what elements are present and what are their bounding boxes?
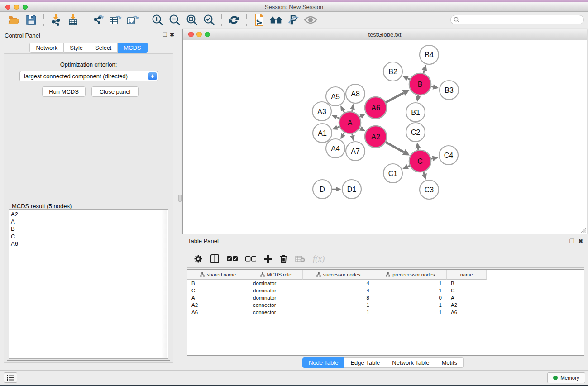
column-header-predecessor-nodes[interactable]: predecessor nodes: [374, 270, 447, 280]
new-network-from-selection-icon[interactable]: [252, 13, 266, 27]
save-session-icon[interactable]: [24, 13, 38, 27]
clear-checkboxes-icon[interactable]: [245, 256, 256, 262]
column-header-shared-name[interactable]: shared name: [187, 270, 249, 280]
refresh-icon[interactable]: [227, 13, 241, 27]
resize-grip-icon[interactable]: [580, 227, 586, 233]
tab-network-table[interactable]: Network Table: [386, 357, 435, 368]
import-table-icon[interactable]: [67, 13, 80, 27]
column-header-MCDS-role[interactable]: MCDS role: [249, 270, 303, 280]
table-cell[interactable]: 1: [303, 310, 374, 315]
table-cell[interactable]: A6: [187, 310, 249, 315]
table-cell[interactable]: B: [187, 281, 249, 286]
table-cell[interactable]: dominator: [249, 288, 303, 293]
export-network-icon[interactable]: [91, 13, 105, 27]
home-icon[interactable]: [269, 13, 283, 27]
mcds-result-list[interactable]: A2ABCA6: [9, 209, 168, 359]
tab-style[interactable]: Style: [64, 43, 89, 53]
run-mcds-button[interactable]: Run MCDS: [42, 86, 86, 97]
table-cell[interactable]: A2: [447, 302, 487, 308]
search-field-wrap: [450, 15, 584, 24]
table-cell[interactable]: dominator: [249, 295, 303, 300]
select-all-checkboxes-icon[interactable]: [227, 256, 238, 262]
table-cell[interactable]: 4: [303, 288, 374, 293]
hide-annotations-icon[interactable]: [287, 13, 300, 27]
import-network-icon[interactable]: [49, 13, 63, 27]
network-canvas[interactable]: AA6A2BCB4B2B3B1A5A8A3A1A4A7C2C4C1C3DD1: [183, 40, 587, 234]
table-cell[interactable]: connector: [249, 310, 303, 315]
table-cell[interactable]: C: [447, 288, 487, 293]
table-row[interactable]: A6connector11A6: [187, 309, 584, 316]
zoom-in-icon[interactable]: [151, 13, 164, 27]
zoom-selected-icon[interactable]: [202, 13, 216, 27]
columns-icon[interactable]: [210, 254, 219, 263]
table-cell[interactable]: A: [187, 295, 249, 300]
float-table-panel-icon[interactable]: ❐: [569, 238, 574, 244]
table-cell[interactable]: C: [187, 288, 249, 293]
table-cell[interactable]: A6: [447, 310, 487, 315]
table-row[interactable]: Adominator80A: [187, 294, 584, 301]
tab-mcds[interactable]: MCDS: [118, 43, 147, 53]
result-item[interactable]: B: [11, 225, 168, 233]
graph-node-label: A8: [351, 90, 360, 98]
add-column-icon[interactable]: [264, 255, 272, 263]
table-cell[interactable]: B: [447, 281, 487, 286]
table-cell[interactable]: 1: [374, 288, 447, 293]
tab-motifs[interactable]: Motifs: [435, 357, 464, 368]
toolbar-separator: [43, 14, 44, 26]
result-item[interactable]: C: [11, 233, 168, 240]
table-cell[interactable]: A2: [187, 302, 249, 308]
table-row[interactable]: A2connector11A2: [187, 301, 584, 309]
vertical-split-handle[interactable]: [178, 195, 182, 202]
graph-node-label: B3: [445, 86, 454, 94]
table-cell[interactable]: dominator: [249, 281, 303, 286]
table-row[interactable]: Cdominator41C: [187, 287, 584, 294]
edge-A2-C[interactable]: [385, 142, 404, 152]
column-header-name[interactable]: name: [447, 270, 487, 280]
result-list-scrollbar[interactable]: [162, 210, 167, 359]
table-cell[interactable]: 8: [303, 295, 374, 300]
tab-select[interactable]: Select: [89, 43, 118, 53]
toolbar-separator: [246, 14, 247, 26]
show-details-eye-icon[interactable]: [304, 13, 317, 27]
table-cell[interactable]: 1: [374, 302, 447, 308]
optimization-criterion-value: largest connected component (directed): [24, 73, 128, 80]
show-panels-button[interactable]: [4, 372, 17, 383]
table-row[interactable]: Bdominator41B: [187, 280, 584, 287]
gear-icon[interactable]: [194, 254, 203, 263]
optimization-criterion-select[interactable]: largest connected component (directed): [19, 71, 158, 81]
network-window-titlebar[interactable]: testGlobe.txt: [183, 29, 587, 40]
tab-node-table[interactable]: Node Table: [302, 357, 345, 368]
delete-table-icon[interactable]: [295, 256, 305, 262]
node-table[interactable]: shared nameMCDS rolesuccessor nodesprede…: [187, 269, 584, 356]
table-cell[interactable]: 1: [374, 281, 447, 286]
tab-edge-table[interactable]: Edge Table: [344, 357, 386, 368]
export-image-icon[interactable]: [126, 13, 139, 27]
open-file-icon[interactable]: [7, 13, 21, 27]
table-cell[interactable]: 0: [374, 295, 447, 300]
table-cell[interactable]: 4: [303, 281, 374, 286]
close-panel-icon[interactable]: ✖: [170, 32, 174, 38]
close-panel-button[interactable]: Close panel: [91, 86, 139, 97]
result-item[interactable]: A2: [11, 211, 168, 218]
edge-arrowhead: [332, 125, 338, 129]
control-panel-tabs: NetworkStyleSelectMCDS: [0, 43, 177, 53]
zoom-fit-icon[interactable]: [185, 13, 199, 27]
function-builder-icon[interactable]: f(x): [313, 254, 325, 264]
table-cell[interactable]: 1: [303, 302, 374, 308]
app-titlebar[interactable]: Session: New Session: [0, 2, 588, 12]
result-item[interactable]: A: [11, 218, 168, 225]
table-cell[interactable]: A: [447, 295, 487, 300]
column-header-successor-nodes[interactable]: successor nodes: [303, 270, 374, 280]
float-panel-icon[interactable]: ❐: [163, 32, 167, 38]
search-input[interactable]: [450, 15, 584, 24]
zoom-out-icon[interactable]: [168, 13, 182, 27]
table-cell[interactable]: connector: [249, 302, 303, 308]
close-table-panel-icon[interactable]: ✖: [578, 238, 583, 244]
edge-A6-B[interactable]: [385, 93, 403, 103]
export-table-icon[interactable]: [109, 13, 122, 27]
memory-button[interactable]: Memory: [547, 372, 585, 383]
table-cell[interactable]: 1: [374, 310, 447, 315]
result-item[interactable]: A6: [11, 240, 168, 248]
tab-network[interactable]: Network: [29, 43, 64, 53]
delete-column-icon[interactable]: [280, 254, 287, 263]
